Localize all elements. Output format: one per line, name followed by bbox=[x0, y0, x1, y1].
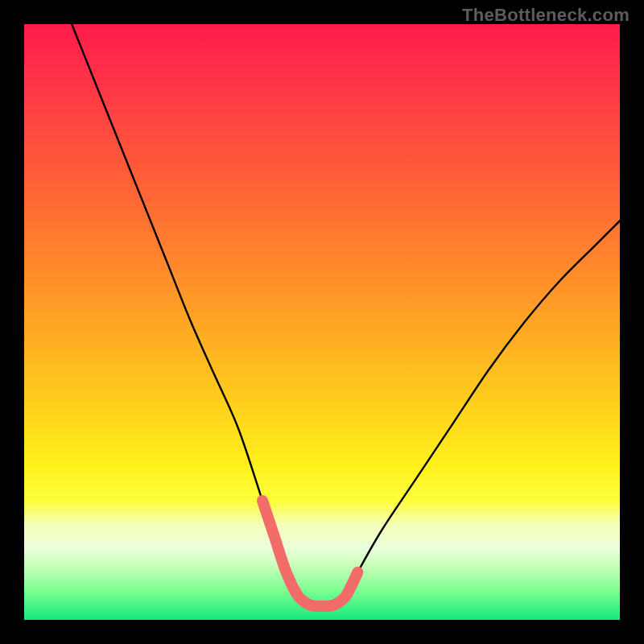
optimal-range-marker bbox=[262, 501, 357, 606]
frame: TheBottleneck.com bbox=[0, 0, 644, 644]
bottleneck-curve bbox=[72, 24, 620, 606]
plot-area bbox=[24, 24, 620, 620]
curve-layer bbox=[24, 24, 620, 620]
watermark-text: TheBottleneck.com bbox=[462, 5, 630, 26]
